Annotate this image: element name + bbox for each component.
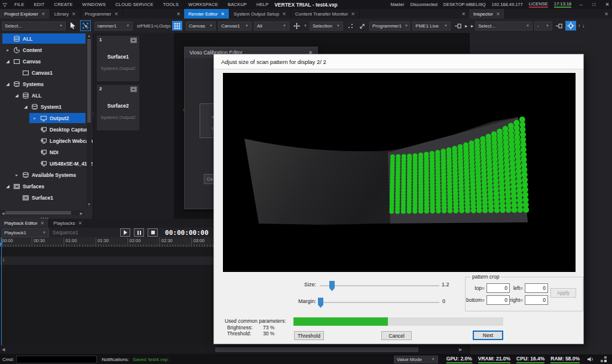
tree-horizontal-scrollbar[interactable]: ◀ ▶ bbox=[0, 210, 84, 215]
tree-item-canvas1[interactable]: Canvas1 bbox=[0, 67, 93, 78]
apply-button[interactable]: Apply bbox=[550, 288, 576, 298]
tab-render-editor[interactable]: Render Editor✕ bbox=[184, 9, 230, 19]
next-button[interactable]: Next bbox=[473, 331, 503, 340]
pause-button[interactable] bbox=[134, 228, 144, 237]
maximize-icon[interactable]: □ bbox=[590, 2, 598, 7]
collapsed-expander-icon[interactable]: ▸ bbox=[14, 173, 20, 178]
audio-icon[interactable] bbox=[586, 354, 595, 364]
expanded-expander-icon[interactable]: ◢ bbox=[5, 82, 11, 87]
tab-close-icon[interactable]: ✕ bbox=[114, 11, 118, 17]
tab-close-icon[interactable]: ✕ bbox=[41, 221, 45, 226]
selection-dropdown[interactable]: Selection▼ bbox=[310, 22, 343, 30]
tab-close-icon[interactable]: ✕ bbox=[41, 11, 45, 17]
move-down-icon[interactable]: ↓ bbox=[582, 23, 585, 29]
tab-close-icon[interactable]: ✕ bbox=[72, 11, 76, 17]
left-dock-close-icon[interactable]: ✕ bbox=[173, 9, 184, 19]
scroll-right-icon[interactable]: ▶ bbox=[79, 211, 84, 215]
tab-inspector[interactable]: Inspector✕ bbox=[469, 9, 505, 19]
menu-backup[interactable]: BACKUP bbox=[223, 2, 252, 7]
tree-item-system1[interactable]: ◢System1 bbox=[0, 101, 93, 112]
pin-icon[interactable] bbox=[453, 21, 463, 30]
play-button[interactable] bbox=[120, 228, 130, 237]
tree-item-content[interactable]: ▸Content bbox=[0, 44, 93, 56]
tree-item-canvas[interactable]: ◢Canvas bbox=[0, 56, 93, 67]
left-field[interactable]: 0 bbox=[525, 283, 548, 293]
tab-library[interactable]: Library✕ bbox=[50, 9, 81, 19]
expanded-expander-icon[interactable]: ◢ bbox=[23, 105, 29, 109]
scroll-left-icon[interactable]: ◀ bbox=[1, 211, 5, 215]
canvas-mode-dropdown[interactable]: Canvas▼ bbox=[186, 22, 216, 30]
pme-live-dropdown[interactable]: PME1 Live▼ bbox=[412, 22, 451, 30]
tab-project-explorer[interactable]: Project Explorer✕ bbox=[0, 9, 50, 19]
tree-item-all[interactable]: ◢ALL bbox=[0, 90, 93, 101]
scope-dropdown[interactable]: All▼ bbox=[254, 22, 289, 30]
tree-item-available-systems[interactable]: ▸Available Systems bbox=[0, 169, 93, 181]
minimize-icon[interactable]: – bbox=[577, 2, 585, 7]
scroll-down-icon[interactable]: ▼ bbox=[87, 203, 91, 206]
tab-system-output-setup[interactable]: System Output Setup✕ bbox=[230, 9, 291, 19]
menu-workspace[interactable]: WORKSPACE bbox=[183, 2, 223, 7]
tab-playback-editor[interactable]: Playback Editor✕ bbox=[0, 219, 49, 228]
programmer-dropdown-truncated[interactable]: rammer1▼ bbox=[94, 22, 133, 30]
tree-item-surfaces[interactable]: ◢Surfaces bbox=[0, 181, 93, 192]
cursor-icon[interactable] bbox=[68, 21, 78, 30]
tree-item-systems[interactable]: ◢Systems bbox=[0, 78, 93, 90]
tree-item-all[interactable]: ALL bbox=[0, 33, 93, 44]
expand-arrow-icon[interactable]: ▸ bbox=[471, 23, 473, 29]
horizontal-scrollbar[interactable]: ◀ ▶ bbox=[0, 345, 469, 354]
expanded-expander-icon[interactable]: ◢ bbox=[14, 93, 20, 98]
tab-close-icon[interactable]: ✕ bbox=[351, 11, 355, 17]
programmer-dropdown[interactable]: Programmer1▼ bbox=[369, 22, 410, 30]
tab-content-transfer-monitor[interactable]: Content Transfer Monitor✕ bbox=[291, 9, 360, 19]
tab-programmer[interactable]: Programmer✕ bbox=[81, 9, 123, 19]
gizmo-icon[interactable] bbox=[357, 21, 367, 30]
inspector-select-dropdown[interactable]: Select...▼ bbox=[475, 22, 533, 30]
margin-slider-track[interactable] bbox=[320, 302, 439, 304]
menu-create[interactable]: CREATE bbox=[50, 2, 78, 7]
scroll-right-icon[interactable]: ▶ bbox=[459, 347, 462, 352]
expanded-expander-icon[interactable]: ◢ bbox=[5, 184, 11, 189]
menu-tools[interactable]: TOOLS bbox=[158, 2, 183, 7]
tab-close-icon[interactable]: ✕ bbox=[221, 11, 225, 17]
collapsed-expander-icon[interactable]: ▸ bbox=[5, 48, 11, 53]
license-button[interactable]: LICENSE bbox=[529, 1, 548, 8]
menu-help[interactable]: HELP bbox=[252, 2, 273, 7]
menu-windows[interactable]: WINDOWS bbox=[78, 2, 111, 7]
grid-view-icon[interactable] bbox=[172, 21, 182, 30]
tab-close-icon[interactable]: ✕ bbox=[496, 11, 500, 17]
expanded-expander-icon[interactable]: ◢ bbox=[5, 59, 11, 64]
size-slider-track[interactable] bbox=[320, 285, 439, 287]
menu-file[interactable]: FILE bbox=[10, 2, 29, 7]
tree-item-logitech-webcam[interactable]: Logitech Webcam bbox=[0, 135, 93, 146]
surface-card-surface1[interactable]: 1Surface1System1.Output2 bbox=[97, 36, 139, 81]
stop-button[interactable] bbox=[148, 228, 158, 237]
pin-icon[interactable] bbox=[554, 21, 564, 30]
close-icon[interactable]: ✕ bbox=[604, 2, 611, 7]
tab-close-icon[interactable]: ✕ bbox=[78, 221, 82, 226]
size-slider-thumb[interactable] bbox=[329, 281, 335, 291]
canvas-select-dropdown[interactable]: Canvas1▼ bbox=[218, 22, 252, 30]
tree-item-ui548xse-m-4102[interactable]: UI548xSE-M_4102 bbox=[0, 158, 93, 169]
margin-slider-thumb[interactable] bbox=[318, 298, 323, 308]
tree-vertical-scrollbar[interactable]: ▲ ▼ bbox=[87, 34, 91, 206]
selection-mode-icon[interactable] bbox=[80, 20, 91, 31]
scroll-left-icon[interactable]: ◀ bbox=[2, 347, 5, 352]
move-up-icon[interactable]: ↑ bbox=[578, 23, 580, 29]
tab-close-icon[interactable]: ✕ bbox=[282, 11, 286, 17]
tree-item-ndi[interactable]: NDI bbox=[0, 146, 93, 158]
cancel-button[interactable]: Cancel bbox=[381, 331, 412, 340]
explorer-select-dropdown[interactable]: Select...▼ bbox=[2, 22, 66, 30]
follow-selection-icon[interactable] bbox=[565, 21, 576, 30]
scroll-up-icon[interactable]: ▲ bbox=[87, 34, 91, 38]
right-field[interactable]: 0 bbox=[525, 295, 548, 305]
resize-grip-icon[interactable] bbox=[599, 354, 608, 364]
menu-cloud-service[interactable]: CLOUD SERVICE bbox=[111, 2, 158, 7]
tab-playbacks[interactable]: Playbacks✕ bbox=[49, 219, 87, 228]
inspector-dock-close-icon[interactable]: ✕ bbox=[601, 9, 612, 19]
overflow-arrow-icon[interactable]: ▸ bbox=[465, 23, 467, 29]
output-dropdown-truncated[interactable]: stPME1>LOutput2▼ bbox=[134, 22, 171, 30]
cmd-input[interactable] bbox=[16, 356, 97, 363]
collapsed-expander-icon[interactable]: ▸ bbox=[32, 116, 38, 121]
inspector-mode-dropdown[interactable]: -▼ bbox=[534, 22, 552, 30]
snap-dots-icon[interactable] bbox=[345, 21, 355, 30]
